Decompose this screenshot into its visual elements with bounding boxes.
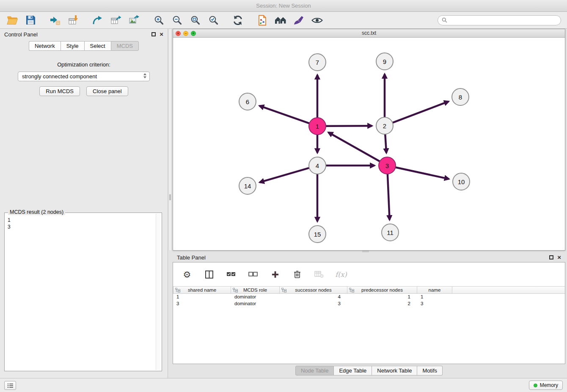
run-mcds-button[interactable]: Run MCDS <box>39 86 80 96</box>
zoom-out-button[interactable] <box>171 14 183 27</box>
graph-edge-1-2[interactable] <box>326 126 372 126</box>
columns-icon <box>205 271 213 279</box>
main-toolbar <box>0 12 567 29</box>
add-column-button[interactable] <box>269 268 281 281</box>
refresh-button[interactable] <box>231 14 244 27</box>
cell-successor-nodes[interactable]: 3 <box>280 301 347 307</box>
select-all-button[interactable] <box>225 268 237 281</box>
cell-successor-nodes[interactable]: 4 <box>280 294 347 301</box>
export-image-icon <box>129 15 140 26</box>
table-row[interactable]: 3 dominator 3 2 3 <box>173 301 565 307</box>
result-item[interactable]: 1 <box>8 217 159 224</box>
column-header-predecessor-nodes[interactable]: predecessor nodes <box>347 286 417 294</box>
column-header-successor-nodes[interactable]: successor nodes <box>280 286 347 294</box>
import-network-button[interactable] <box>49 14 61 27</box>
column-header-mcds-role[interactable]: MCDS role <box>231 286 280 294</box>
divider-handle[interactable] <box>169 194 171 200</box>
cell-mcds-role[interactable]: dominator <box>231 301 280 307</box>
zoom-selected-button[interactable] <box>207 14 220 27</box>
cell-predecessor-nodes[interactable]: 1 <box>347 294 417 301</box>
graph-edge-2-8[interactable] <box>393 102 449 123</box>
graph-edge-3-10[interactable] <box>396 167 449 179</box>
graph-node-label-6: 6 <box>246 98 249 105</box>
cell-predecessor-nodes[interactable]: 2 <box>347 301 417 307</box>
zoom-in-button[interactable] <box>152 14 165 27</box>
column-label: name <box>429 287 441 293</box>
cell-mcds-role[interactable]: dominator <box>231 294 280 301</box>
function-builder-button[interactable]: f(x) <box>335 268 347 281</box>
table-settings-button[interactable]: ⚙ <box>181 268 193 281</box>
cell-shared-name[interactable]: 1 <box>173 294 231 301</box>
open-session-button[interactable] <box>6 14 19 27</box>
graph-node-label-9: 9 <box>383 58 386 65</box>
graph-edge-4-14[interactable] <box>260 168 309 182</box>
unselect-all-button[interactable] <box>247 268 259 281</box>
tab-motifs[interactable]: Motifs <box>417 366 443 375</box>
network-document-icon <box>257 15 267 26</box>
delete-table-button[interactable] <box>313 268 325 281</box>
result-scrollbar[interactable] <box>156 214 161 370</box>
export-network-icon <box>92 15 103 26</box>
show-columns-button[interactable] <box>203 268 215 281</box>
save-session-button[interactable] <box>24 14 37 27</box>
column-tree-icon <box>175 288 180 293</box>
window-zoom-icon[interactable]: + <box>191 31 196 36</box>
tab-node-table[interactable]: Node Table <box>295 366 334 375</box>
first-neighbors-button[interactable] <box>274 14 287 27</box>
tab-select[interactable]: Select <box>84 41 111 51</box>
cell-shared-name[interactable]: 3 <box>173 301 231 307</box>
import-table-button[interactable] <box>67 14 80 27</box>
paint-style-icon <box>293 15 304 25</box>
window-close-icon[interactable]: × <box>176 31 181 36</box>
trash-icon <box>294 270 301 279</box>
graph-edge-1-6[interactable] <box>259 106 309 123</box>
task-history-button[interactable] <box>4 381 16 390</box>
column-label: successor nodes <box>295 287 331 293</box>
show-hide-button[interactable] <box>311 14 323 27</box>
memory-button[interactable]: Memory <box>529 381 563 390</box>
graph-node-label-3: 3 <box>385 162 389 169</box>
memory-status-icon <box>534 384 537 387</box>
criterion-dropdown[interactable]: strongly connected component <box>18 72 150 81</box>
tab-network[interactable]: Network <box>29 41 61 51</box>
tab-edge-table[interactable]: Edge Table <box>334 366 372 375</box>
zoom-in-icon <box>154 15 164 25</box>
search-box[interactable] <box>438 15 561 25</box>
export-image-button[interactable] <box>128 14 140 27</box>
network-document-button[interactable] <box>256 14 269 27</box>
tab-network-table[interactable]: Network Table <box>372 366 417 375</box>
mcds-result-title: MCDS result (2 nodes) <box>8 209 65 215</box>
network-window: × − + scc.txt 7968124314101511 <box>173 29 565 251</box>
apply-style-button[interactable] <box>292 14 305 27</box>
close-panel-button[interactable]: Close panel <box>86 86 128 96</box>
optimization-criterion-label: Optimization criterion: <box>0 61 168 68</box>
column-header-name[interactable]: name <box>417 286 452 294</box>
export-table-button[interactable] <box>110 14 122 27</box>
window-minimize-icon[interactable]: − <box>183 31 188 36</box>
export-network-button[interactable] <box>91 14 104 27</box>
table-row[interactable]: 1 dominator 4 1 1 <box>173 294 565 301</box>
network-canvas[interactable]: 7968124314101511 <box>173 38 564 250</box>
tab-mcds[interactable]: MCDS <box>111 41 139 51</box>
search-input[interactable] <box>449 17 557 23</box>
cell-name[interactable]: 1 <box>417 294 452 301</box>
column-label: MCDS role <box>243 287 267 293</box>
cell-name[interactable]: 3 <box>417 301 452 307</box>
result-item[interactable]: 3 <box>8 224 159 230</box>
column-header-shared-name[interactable]: shared name <box>173 286 231 294</box>
graph-edge-3-11[interactable] <box>388 174 390 220</box>
unselect-all-icon <box>248 271 258 277</box>
zoom-fit-button[interactable] <box>189 14 201 27</box>
close-table-panel-icon[interactable]: × <box>557 255 561 259</box>
zoom-selected-icon <box>208 15 219 25</box>
network-window-titlebar[interactable]: × − + scc.txt <box>173 29 565 38</box>
graph-edge-2-3[interactable] <box>385 134 386 153</box>
graph-edge-3-1[interactable] <box>328 133 380 161</box>
delete-column-button[interactable] <box>291 268 303 281</box>
float-table-panel-icon[interactable] <box>549 255 553 259</box>
window-resize-handle[interactable] <box>362 251 369 252</box>
float-panel-icon[interactable] <box>151 32 156 36</box>
pane-divider[interactable] <box>168 29 172 250</box>
tab-style[interactable]: Style <box>61 41 84 51</box>
close-panel-icon[interactable]: × <box>160 32 163 36</box>
